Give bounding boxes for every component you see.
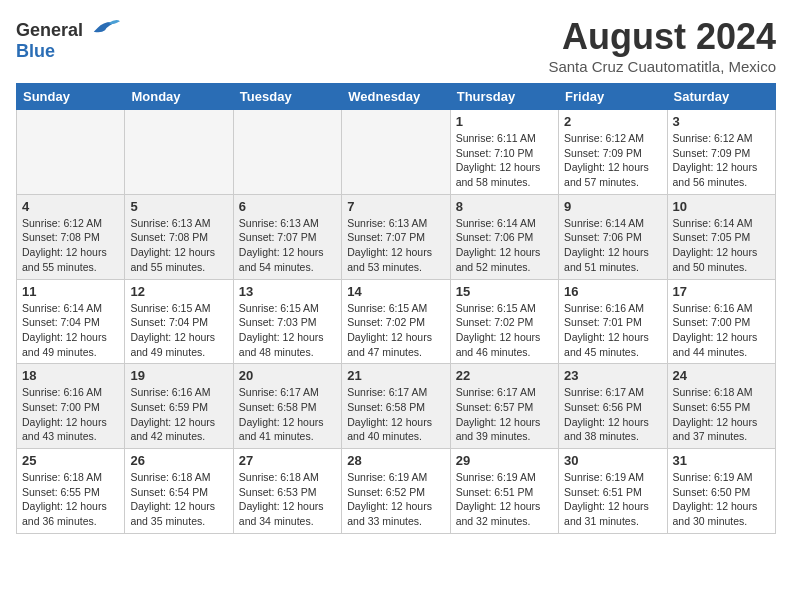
day-info: Sunrise: 6:12 AMSunset: 7:08 PMDaylight:… xyxy=(22,216,119,275)
daylight-text: Daylight: 12 hours and 42 minutes. xyxy=(130,415,227,444)
sunset-text: Sunset: 7:10 PM xyxy=(456,146,553,161)
sunrise-text: Sunrise: 6:15 AM xyxy=(130,301,227,316)
day-number: 26 xyxy=(130,453,227,468)
sunset-text: Sunset: 7:07 PM xyxy=(239,230,336,245)
day-number: 30 xyxy=(564,453,661,468)
calendar-day-cell: 25Sunrise: 6:18 AMSunset: 6:55 PMDayligh… xyxy=(17,449,125,534)
daylight-text: Daylight: 12 hours and 39 minutes. xyxy=(456,415,553,444)
calendar-day-cell: 4Sunrise: 6:12 AMSunset: 7:08 PMDaylight… xyxy=(17,194,125,279)
day-info: Sunrise: 6:15 AMSunset: 7:02 PMDaylight:… xyxy=(456,301,553,360)
sunrise-text: Sunrise: 6:14 AM xyxy=(673,216,770,231)
calendar-day-cell: 6Sunrise: 6:13 AMSunset: 7:07 PMDaylight… xyxy=(233,194,341,279)
sunset-text: Sunset: 7:05 PM xyxy=(673,230,770,245)
daylight-text: Daylight: 12 hours and 48 minutes. xyxy=(239,330,336,359)
daylight-text: Daylight: 12 hours and 45 minutes. xyxy=(564,330,661,359)
weekday-header: Sunday xyxy=(17,84,125,110)
sunset-text: Sunset: 7:07 PM xyxy=(347,230,444,245)
day-info: Sunrise: 6:12 AMSunset: 7:09 PMDaylight:… xyxy=(673,131,770,190)
day-number: 17 xyxy=(673,284,770,299)
sunrise-text: Sunrise: 6:12 AM xyxy=(22,216,119,231)
month-title: August 2024 xyxy=(548,16,776,58)
calendar-day-cell: 26Sunrise: 6:18 AMSunset: 6:54 PMDayligh… xyxy=(125,449,233,534)
sunset-text: Sunset: 6:50 PM xyxy=(673,485,770,500)
calendar-day-cell xyxy=(125,110,233,195)
day-info: Sunrise: 6:19 AMSunset: 6:51 PMDaylight:… xyxy=(564,470,661,529)
sunset-text: Sunset: 7:08 PM xyxy=(22,230,119,245)
sunset-text: Sunset: 6:51 PM xyxy=(564,485,661,500)
calendar-day-cell: 10Sunrise: 6:14 AMSunset: 7:05 PMDayligh… xyxy=(667,194,775,279)
day-number: 2 xyxy=(564,114,661,129)
day-info: Sunrise: 6:17 AMSunset: 6:58 PMDaylight:… xyxy=(347,385,444,444)
day-number: 8 xyxy=(456,199,553,214)
day-number: 15 xyxy=(456,284,553,299)
day-number: 9 xyxy=(564,199,661,214)
sunrise-text: Sunrise: 6:18 AM xyxy=(130,470,227,485)
sunset-text: Sunset: 7:08 PM xyxy=(130,230,227,245)
day-info: Sunrise: 6:15 AMSunset: 7:04 PMDaylight:… xyxy=(130,301,227,360)
day-number: 29 xyxy=(456,453,553,468)
daylight-text: Daylight: 12 hours and 31 minutes. xyxy=(564,499,661,528)
sunrise-text: Sunrise: 6:18 AM xyxy=(673,385,770,400)
sunrise-text: Sunrise: 6:19 AM xyxy=(347,470,444,485)
day-number: 13 xyxy=(239,284,336,299)
daylight-text: Daylight: 12 hours and 52 minutes. xyxy=(456,245,553,274)
daylight-text: Daylight: 12 hours and 38 minutes. xyxy=(564,415,661,444)
day-info: Sunrise: 6:19 AMSunset: 6:51 PMDaylight:… xyxy=(456,470,553,529)
calendar-day-cell: 28Sunrise: 6:19 AMSunset: 6:52 PMDayligh… xyxy=(342,449,450,534)
day-info: Sunrise: 6:16 AMSunset: 7:00 PMDaylight:… xyxy=(673,301,770,360)
daylight-text: Daylight: 12 hours and 46 minutes. xyxy=(456,330,553,359)
sunset-text: Sunset: 6:51 PM xyxy=(456,485,553,500)
day-info: Sunrise: 6:16 AMSunset: 6:59 PMDaylight:… xyxy=(130,385,227,444)
daylight-text: Daylight: 12 hours and 33 minutes. xyxy=(347,499,444,528)
daylight-text: Daylight: 12 hours and 49 minutes. xyxy=(130,330,227,359)
day-info: Sunrise: 6:19 AMSunset: 6:52 PMDaylight:… xyxy=(347,470,444,529)
title-block: August 2024 Santa Cruz Cuautomatitla, Me… xyxy=(548,16,776,75)
daylight-text: Daylight: 12 hours and 56 minutes. xyxy=(673,160,770,189)
sunrise-text: Sunrise: 6:18 AM xyxy=(22,470,119,485)
calendar-table: SundayMondayTuesdayWednesdayThursdayFrid… xyxy=(16,83,776,534)
calendar-day-cell: 24Sunrise: 6:18 AMSunset: 6:55 PMDayligh… xyxy=(667,364,775,449)
weekday-header: Saturday xyxy=(667,84,775,110)
weekday-header: Thursday xyxy=(450,84,558,110)
day-info: Sunrise: 6:18 AMSunset: 6:55 PMDaylight:… xyxy=(22,470,119,529)
calendar-day-cell xyxy=(17,110,125,195)
day-info: Sunrise: 6:18 AMSunset: 6:53 PMDaylight:… xyxy=(239,470,336,529)
sunrise-text: Sunrise: 6:17 AM xyxy=(239,385,336,400)
sunrise-text: Sunrise: 6:15 AM xyxy=(239,301,336,316)
sunrise-text: Sunrise: 6:15 AM xyxy=(347,301,444,316)
day-number: 28 xyxy=(347,453,444,468)
calendar-day-cell: 27Sunrise: 6:18 AMSunset: 6:53 PMDayligh… xyxy=(233,449,341,534)
calendar-day-cell: 8Sunrise: 6:14 AMSunset: 7:06 PMDaylight… xyxy=(450,194,558,279)
day-number: 20 xyxy=(239,368,336,383)
daylight-text: Daylight: 12 hours and 30 minutes. xyxy=(673,499,770,528)
daylight-text: Daylight: 12 hours and 54 minutes. xyxy=(239,245,336,274)
day-info: Sunrise: 6:14 AMSunset: 7:04 PMDaylight:… xyxy=(22,301,119,360)
sunset-text: Sunset: 7:06 PM xyxy=(456,230,553,245)
daylight-text: Daylight: 12 hours and 50 minutes. xyxy=(673,245,770,274)
daylight-text: Daylight: 12 hours and 47 minutes. xyxy=(347,330,444,359)
calendar-week-row: 1Sunrise: 6:11 AMSunset: 7:10 PMDaylight… xyxy=(17,110,776,195)
day-number: 24 xyxy=(673,368,770,383)
sunset-text: Sunset: 6:53 PM xyxy=(239,485,336,500)
sunrise-text: Sunrise: 6:17 AM xyxy=(347,385,444,400)
daylight-text: Daylight: 12 hours and 36 minutes. xyxy=(22,499,119,528)
sunset-text: Sunset: 7:09 PM xyxy=(564,146,661,161)
calendar-day-cell xyxy=(233,110,341,195)
sunset-text: Sunset: 7:06 PM xyxy=(564,230,661,245)
sunrise-text: Sunrise: 6:16 AM xyxy=(22,385,119,400)
daylight-text: Daylight: 12 hours and 40 minutes. xyxy=(347,415,444,444)
sunset-text: Sunset: 6:57 PM xyxy=(456,400,553,415)
day-number: 19 xyxy=(130,368,227,383)
calendar-day-cell: 21Sunrise: 6:17 AMSunset: 6:58 PMDayligh… xyxy=(342,364,450,449)
logo: General Blue xyxy=(16,16,120,62)
sunset-text: Sunset: 7:00 PM xyxy=(673,315,770,330)
calendar-day-cell: 15Sunrise: 6:15 AMSunset: 7:02 PMDayligh… xyxy=(450,279,558,364)
daylight-text: Daylight: 12 hours and 53 minutes. xyxy=(347,245,444,274)
logo-bird-icon xyxy=(90,16,120,36)
sunset-text: Sunset: 7:02 PM xyxy=(456,315,553,330)
weekday-header: Tuesday xyxy=(233,84,341,110)
daylight-text: Daylight: 12 hours and 51 minutes. xyxy=(564,245,661,274)
daylight-text: Daylight: 12 hours and 34 minutes. xyxy=(239,499,336,528)
day-info: Sunrise: 6:14 AMSunset: 7:06 PMDaylight:… xyxy=(456,216,553,275)
calendar-week-row: 25Sunrise: 6:18 AMSunset: 6:55 PMDayligh… xyxy=(17,449,776,534)
